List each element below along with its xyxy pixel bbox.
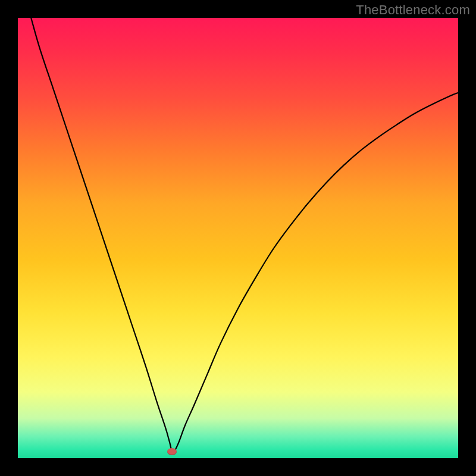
watermark-text: TheBottleneck.com [356,2,470,18]
optimum-marker [167,448,177,455]
chart-canvas: TheBottleneck.com [0,0,476,476]
bottleneck-curve [31,18,458,453]
curve-svg [18,18,458,458]
plot-area [18,18,458,458]
